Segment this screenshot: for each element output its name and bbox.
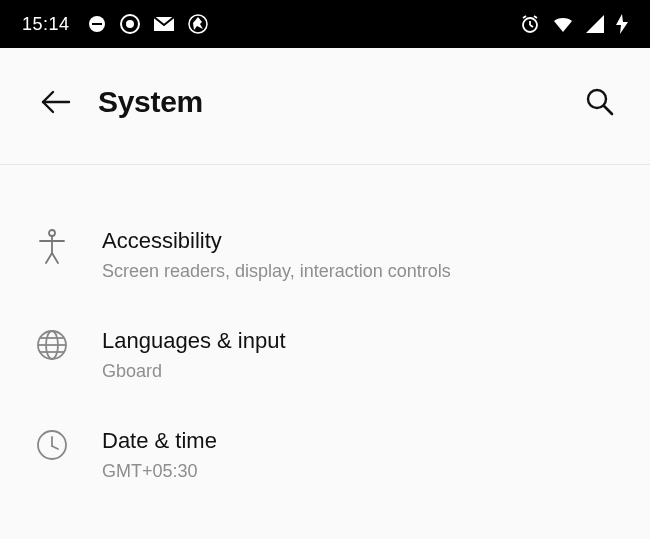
settings-list: Accessibility Screen readers, display, i…	[0, 165, 650, 505]
row-title: Languages & input	[102, 327, 620, 356]
alarm-icon	[520, 14, 540, 34]
search-button[interactable]	[578, 80, 622, 124]
svg-line-8	[530, 25, 533, 27]
cellular-icon	[586, 15, 604, 33]
svg-rect-1	[92, 23, 102, 25]
accessibility-icon	[36, 227, 84, 265]
row-accessibility[interactable]: Accessibility Screen readers, display, i…	[0, 205, 650, 305]
browser-icon	[188, 14, 208, 34]
clock-icon	[36, 427, 84, 461]
page-title: System	[98, 85, 203, 119]
gmail-icon	[154, 17, 174, 31]
battery-charging-icon	[616, 14, 628, 34]
svg-line-18	[52, 253, 58, 263]
svg-line-9	[523, 16, 526, 18]
wifi-icon	[552, 15, 574, 33]
row-subtitle: Gboard	[102, 360, 620, 383]
back-button[interactable]	[36, 82, 76, 122]
row-subtitle: GMT+05:30	[102, 460, 620, 483]
status-time: 15:14	[22, 14, 70, 35]
status-bar: 15:14	[0, 0, 650, 48]
svg-point-14	[49, 230, 55, 236]
svg-line-13	[604, 106, 612, 114]
svg-point-3	[126, 20, 134, 28]
row-date-time[interactable]: Date & time GMT+05:30	[0, 405, 650, 505]
language-icon	[36, 327, 84, 361]
search-icon	[585, 87, 615, 117]
svg-line-10	[534, 16, 537, 18]
row-title: Date & time	[102, 427, 620, 456]
row-title: Accessibility	[102, 227, 620, 256]
notification-icon	[88, 15, 106, 33]
circle-icon	[120, 14, 140, 34]
svg-line-17	[46, 253, 52, 263]
arrow-left-icon	[41, 90, 71, 114]
svg-line-26	[52, 446, 58, 449]
row-subtitle: Screen readers, display, interaction con…	[102, 260, 620, 283]
row-languages-input[interactable]: Languages & input Gboard	[0, 305, 650, 405]
app-header: System	[0, 48, 650, 165]
